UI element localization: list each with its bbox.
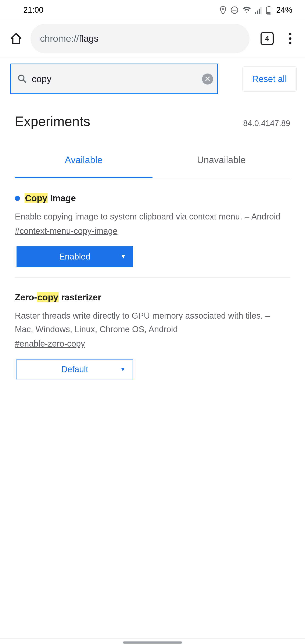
dnd-icon xyxy=(230,6,238,14)
search-highlight: copy xyxy=(37,292,59,302)
flag-description: Raster threads write directly to GPU mem… xyxy=(15,309,290,336)
clear-search-button[interactable]: ✕ xyxy=(202,74,213,84)
tab-switcher[interactable]: 4 xyxy=(260,32,274,45)
search-highlight: Copy xyxy=(24,193,48,203)
tab-available[interactable]: Available xyxy=(15,155,152,178)
flag-title: Copy Image xyxy=(15,193,290,203)
browser-bar: chrome://flags 4 xyxy=(0,20,305,57)
tab-count: 4 xyxy=(265,34,269,42)
page-content: Experiments 84.0.4147.89 Available Unava… xyxy=(0,101,305,390)
bottom-divider xyxy=(0,638,305,638)
gesture-nav-handle[interactable] xyxy=(123,642,182,644)
svg-point-10 xyxy=(19,75,24,80)
battery-pct: 24% xyxy=(276,6,292,14)
flag-search-box[interactable]: ✕ xyxy=(10,64,218,94)
tabs: Available Unavailable xyxy=(15,155,290,178)
page-header: Experiments 84.0.4147.89 xyxy=(15,114,290,129)
flag-description: Enable copying image to system clipboard… xyxy=(15,210,290,223)
battery-icon xyxy=(266,6,272,14)
page-title: Experiments xyxy=(15,114,90,129)
clock: 21:00 xyxy=(23,6,44,14)
omnibox[interactable]: chrome://flags xyxy=(30,24,250,54)
svg-rect-6 xyxy=(260,7,261,14)
signal-icon xyxy=(255,6,262,14)
overflow-menu-button[interactable] xyxy=(282,30,299,47)
home-button[interactable] xyxy=(8,30,24,47)
svg-rect-5 xyxy=(258,9,260,14)
close-icon: ✕ xyxy=(204,75,211,83)
svg-point-0 xyxy=(222,8,224,10)
chevron-down-icon: ▼ xyxy=(120,366,126,373)
url-path: flags xyxy=(79,33,98,44)
app-version: 84.0.4147.89 xyxy=(243,119,290,128)
flag-item: Copy Image Enable copying image to syste… xyxy=(15,178,290,278)
flag-permalink[interactable]: #enable-zero-copy xyxy=(15,339,85,348)
flag-search-input[interactable] xyxy=(32,74,197,84)
location-icon xyxy=(220,6,227,14)
status-bar: 21:00 24% xyxy=(0,0,305,20)
flag-state-dropdown[interactable]: Default ▼ xyxy=(16,359,133,380)
flag-permalink[interactable]: #context-menu-copy-image xyxy=(15,226,118,236)
menu-dots-icon xyxy=(289,33,292,44)
status-icons: 24% xyxy=(220,6,292,14)
flag-search-row: ✕ Reset all xyxy=(0,57,305,101)
svg-rect-4 xyxy=(257,10,258,14)
flag-state-dropdown[interactable]: Enabled ▼ xyxy=(16,246,133,267)
svg-rect-8 xyxy=(268,6,270,7)
chevron-down-icon: ▼ xyxy=(120,253,126,260)
search-icon xyxy=(17,74,27,84)
svg-rect-9 xyxy=(267,12,270,14)
svg-line-11 xyxy=(23,80,26,82)
tab-unavailable[interactable]: Unavailable xyxy=(152,155,290,178)
url-scheme: chrome:// xyxy=(40,33,79,44)
svg-rect-3 xyxy=(255,12,256,14)
modified-indicator-icon xyxy=(15,196,20,201)
flag-item: Zero-copy rasterizer Raster threads writ… xyxy=(15,278,290,390)
reset-all-button[interactable]: Reset all xyxy=(242,66,296,92)
wifi-icon xyxy=(242,6,251,14)
flag-title: Zero-copy rasterizer xyxy=(15,292,290,302)
